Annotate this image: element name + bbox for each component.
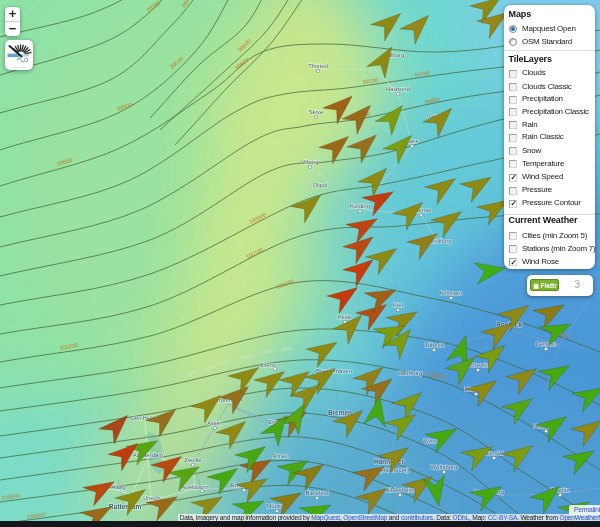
svg-text:Rotterdam: Rotterdam <box>109 503 142 510</box>
svg-text:Thisted: Thisted <box>308 63 328 69</box>
svg-text:Heide: Heide <box>338 314 352 320</box>
svg-text:Fehmarn: Fehmarn <box>440 290 462 296</box>
svg-text:Esens: Esens <box>260 362 276 368</box>
svg-text:Skive: Skive <box>309 109 324 115</box>
svg-text:Bremen: Bremen <box>328 409 352 416</box>
svg-text:Zwolle: Zwolle <box>184 457 202 463</box>
svg-text:Apeldoorn: Apeldoorn <box>181 484 208 490</box>
svg-text:Hildesheim: Hildesheim <box>385 487 415 493</box>
svg-text:Amsterdam: Amsterdam <box>133 452 164 458</box>
svg-text:Lübeck: Lübeck <box>424 342 444 348</box>
svg-text:Viborg: Viborg <box>301 159 318 165</box>
svg-text:Wolfsburg: Wolfsburg <box>431 464 458 470</box>
svg-text:Bielefeld: Bielefeld <box>305 490 328 496</box>
svg-text:Kolding: Kolding <box>350 203 370 209</box>
svg-text:Olgod: Olgod <box>313 182 328 188</box>
svg-text:Hamburg: Hamburg <box>398 370 423 376</box>
svg-text:Hadsund: Hadsund <box>386 86 410 92</box>
svg-text:Kiel: Kiel <box>393 302 403 308</box>
svg-text:Assen: Assen <box>207 420 222 426</box>
svg-text:Almelo: Almelo <box>273 453 290 459</box>
